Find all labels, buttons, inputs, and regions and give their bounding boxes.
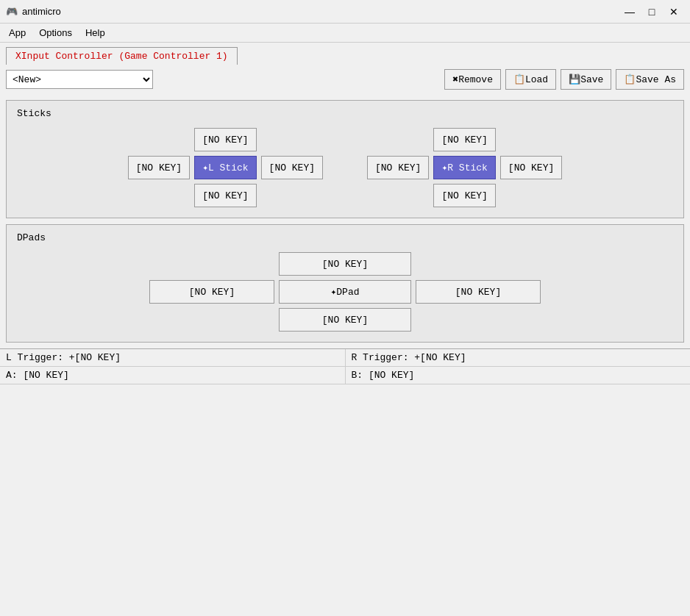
dpad-left[interactable]: [NO KEY] bbox=[149, 280, 274, 304]
right-stick-empty-br bbox=[527, 192, 535, 199]
minimize-button[interactable]: — bbox=[619, 3, 640, 21]
right-stick-empty-bl bbox=[394, 192, 402, 199]
dpad-empty-br bbox=[474, 316, 482, 323]
app-icon: 🎮 bbox=[6, 6, 18, 18]
bottom-row-triggers: L Trigger: +[NO KEY] R Trigger: +[NO KEY… bbox=[0, 349, 690, 367]
r-trigger-cell[interactable]: R Trigger: +[NO KEY] bbox=[346, 349, 691, 366]
left-stick-up[interactable]: [NO KEY] bbox=[194, 128, 256, 151]
maximize-button[interactable]: □ bbox=[641, 3, 662, 21]
left-stick-right[interactable]: [NO KEY] bbox=[261, 156, 323, 179]
toolbar: <New> ✖Remove 📋Load 💾Save 📋Save As bbox=[0, 65, 690, 94]
tab-bar: XInput Controller (Game Controller 1) bbox=[0, 43, 690, 65]
left-stick-group: [NO KEY] [NO KEY] ✦L Stick [NO KEY] [NO … bbox=[128, 128, 323, 207]
sticks-label: Sticks bbox=[17, 108, 673, 119]
app-title: antimicro bbox=[22, 6, 61, 17]
dpads-label: DPads bbox=[17, 232, 673, 243]
remove-button[interactable]: ✖Remove bbox=[444, 69, 501, 90]
b-button-cell[interactable]: B: [NO KEY] bbox=[346, 367, 691, 384]
main-content: Sticks [NO KEY] [NO KEY] ✦L Stick [NO KE… bbox=[0, 94, 690, 348]
title-bar-controls: — □ ✕ bbox=[619, 3, 684, 21]
right-stick-right[interactable]: [NO KEY] bbox=[500, 156, 562, 179]
load-button[interactable]: 📋Load bbox=[505, 69, 556, 90]
left-stick-empty-tr bbox=[288, 136, 296, 143]
save-as-button[interactable]: 📋Save As bbox=[616, 69, 684, 90]
menu-bar: App Options Help bbox=[0, 24, 690, 43]
left-stick-center[interactable]: ✦L Stick bbox=[194, 156, 256, 179]
dpad-down[interactable]: [NO KEY] bbox=[279, 308, 411, 332]
dpads-grid: [NO KEY] [NO KEY] ✦DPad [NO KEY] [NO KEY… bbox=[17, 252, 673, 332]
dpad-right[interactable]: [NO KEY] bbox=[416, 280, 541, 304]
tab-controller1[interactable]: XInput Controller (Game Controller 1) bbox=[6, 47, 238, 65]
dpad-empty-tl bbox=[208, 260, 216, 268]
title-bar-left: 🎮 antimicro bbox=[6, 6, 61, 18]
left-stick-empty-br bbox=[288, 192, 296, 199]
title-bar: 🎮 antimicro — □ ✕ bbox=[0, 0, 690, 24]
dpad-center[interactable]: ✦DPad bbox=[279, 280, 411, 304]
dpad-up[interactable]: [NO KEY] bbox=[279, 252, 411, 276]
l-trigger-cell[interactable]: L Trigger: +[NO KEY] bbox=[0, 349, 346, 366]
right-stick-left[interactable]: [NO KEY] bbox=[367, 156, 429, 179]
profile-select[interactable]: <New> bbox=[6, 70, 153, 89]
right-stick-group: [NO KEY] [NO KEY] ✦R Stick [NO KEY] [NO … bbox=[367, 128, 562, 207]
dpads-panel: DPads [NO KEY] [NO KEY] ✦DPad [NO KEY] [… bbox=[6, 224, 684, 343]
sticks-panel: Sticks [NO KEY] [NO KEY] ✦L Stick [NO KE… bbox=[6, 100, 684, 218]
save-button[interactable]: 💾Save bbox=[561, 69, 611, 90]
left-stick-empty-tl bbox=[155, 136, 163, 143]
dpad-group: [NO KEY] [NO KEY] ✦DPad [NO KEY] [NO KEY… bbox=[149, 252, 541, 332]
dpad-empty-bl bbox=[208, 316, 216, 323]
menu-item-help[interactable]: Help bbox=[79, 25, 111, 40]
menu-item-app[interactable]: App bbox=[3, 25, 32, 40]
right-stick-empty-tl bbox=[394, 136, 402, 143]
bottom-row-ab: A: [NO KEY] B: [NO KEY] bbox=[0, 367, 690, 384]
right-stick-empty-tr bbox=[527, 136, 535, 143]
sticks-grid: [NO KEY] [NO KEY] ✦L Stick [NO KEY] [NO … bbox=[17, 128, 673, 207]
left-stick-empty-bl bbox=[155, 192, 163, 199]
left-stick-down[interactable]: [NO KEY] bbox=[194, 184, 256, 207]
right-stick-down[interactable]: [NO KEY] bbox=[433, 184, 495, 207]
left-stick-left[interactable]: [NO KEY] bbox=[128, 156, 190, 179]
a-button-cell[interactable]: A: [NO KEY] bbox=[0, 367, 346, 384]
dpad-empty-tr bbox=[474, 260, 482, 268]
close-button[interactable]: ✕ bbox=[664, 3, 684, 21]
menu-item-options[interactable]: Options bbox=[33, 25, 78, 40]
right-stick-center[interactable]: ✦R Stick bbox=[433, 156, 495, 179]
right-stick-up[interactable]: [NO KEY] bbox=[433, 128, 495, 151]
bottom-bar: L Trigger: +[NO KEY] R Trigger: +[NO KEY… bbox=[0, 348, 690, 384]
